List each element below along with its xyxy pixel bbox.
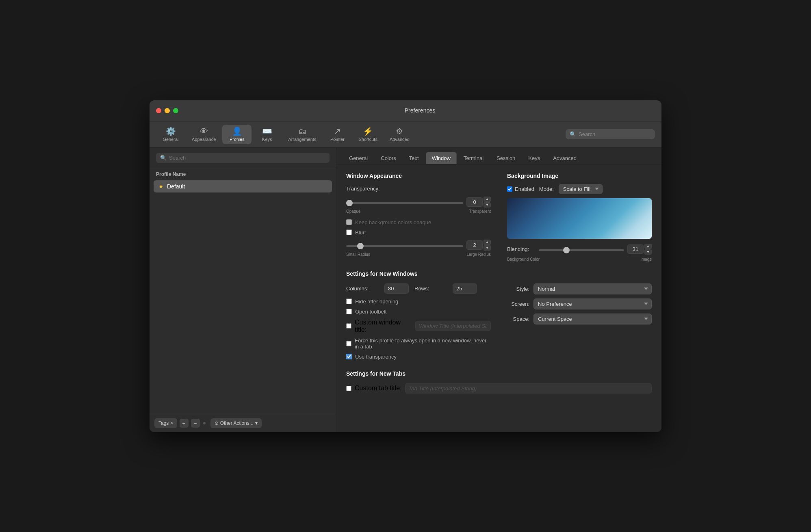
toolbar-search[interactable]: 🔍 [566,129,655,139]
tab-session[interactable]: Session [490,152,521,164]
toolbar-label-advanced: Advanced [390,137,410,142]
toolbar-label-keys: Keys [262,137,272,142]
use-transparency-label: Use transparency [355,354,397,360]
keep-bg-opaque-checkbox[interactable] [346,219,352,225]
style-row: Style: Normal Fullscreen Maximized No Ti… [507,283,652,294]
use-transparency-row: Use transparency [346,354,491,360]
small-radius-label: Small Radius [346,252,370,257]
maximize-button[interactable] [173,108,178,113]
large-radius-label: Large Radius [467,252,491,257]
toolbar-item-shortcuts[interactable]: ⚡ Shortcuts [353,125,383,144]
panel-content: Window Appearance Transparency: 0 [336,164,661,406]
tab-terminal[interactable]: Terminal [458,152,490,164]
toolbar-item-appearance[interactable]: 👁 Appearance [186,125,221,144]
blur-slider[interactable] [346,245,463,247]
tab-colors[interactable]: Colors [375,152,402,164]
transparency-slider-wrapper [346,198,463,205]
tab-general[interactable]: General [343,152,374,164]
blending-row: Blending: 31 ▲ ▼ [507,244,652,255]
appearance-icon: 👁 [200,127,208,135]
blending-value: 31 [627,244,644,254]
toolbar-item-arrangements[interactable]: 🗂 Arrangements [282,125,322,144]
background-image-title: Background Image [507,173,652,179]
custom-tab-title-label: Custom tab title: [355,385,402,392]
custom-tab-title-input[interactable] [405,383,652,394]
transparency-increment[interactable]: ▲ [484,197,491,202]
other-actions-icon: ⊙ [215,420,219,426]
rows-input[interactable] [453,283,477,294]
transparency-slider-container: 0 ▲ ▼ Opaque Transparent [346,197,491,214]
open-toolbelt-checkbox[interactable] [346,309,352,314]
columns-input[interactable] [384,283,409,294]
sidebar-search-input[interactable] [169,155,325,161]
advanced-icon: ⚙ [396,127,403,135]
open-toolbelt-row: Open toolbelt [346,309,491,315]
bg-enabled-label: Enabled [507,186,534,192]
blur-slider-wrapper [346,241,463,249]
toolbar-label-general: General [163,137,178,142]
mode-select[interactable]: Scale to Fill Scale to Fit Tile Stretch … [559,184,603,194]
profile-list: ★ Default [150,179,336,414]
image-label: Image [640,257,652,262]
space-select[interactable]: Current Space All Spaces [533,314,652,324]
custom-tab-title-checkbox[interactable] [346,386,351,391]
blur-increment[interactable]: ▲ [484,240,491,245]
force-new-window-row: Force this profile to always open in a n… [346,337,491,350]
custom-window-title-checkbox[interactable] [346,323,351,329]
bg-enabled-checkbox[interactable] [507,186,512,192]
hide-after-opening-checkbox[interactable] [346,298,352,304]
close-button[interactable] [156,108,161,113]
blending-slider-container: Blending: 31 ▲ ▼ [507,244,652,262]
transparency-value: 0 [466,197,483,207]
toolbar-item-pointer[interactable]: ↗ Pointer [323,125,352,144]
toolbar-item-general[interactable]: ⚙️ General [156,125,185,144]
toolbar-item-profiles[interactable]: 👤 Profiles [222,125,252,144]
add-profile-button[interactable]: + [180,419,189,428]
blending-slider-wrapper [539,245,624,253]
toolbar-label-arrangements: Arrangements [288,137,316,142]
traffic-lights [156,108,178,113]
blending-decrement[interactable]: ▼ [644,249,652,255]
search-icon: 🔍 [570,131,576,137]
blending-slider[interactable] [539,249,624,251]
toolbar-item-keys[interactable]: ⌨️ Keys [252,125,282,144]
blending-increment[interactable]: ▲ [644,244,652,249]
tab-advanced[interactable]: Advanced [547,152,583,164]
rows-label: Rows: [414,285,447,292]
profile-item-default[interactable]: ★ Default [154,180,332,192]
tags-button[interactable]: Tags > [154,418,177,428]
blur-decrement[interactable]: ▼ [484,245,491,251]
remove-profile-button[interactable]: − [191,419,200,428]
custom-window-title-label: Custom window title: [355,319,412,333]
new-tabs-title: Settings for New Tabs [346,370,652,377]
tab-keys[interactable]: Keys [522,152,546,164]
new-windows-grid: Columns: Rows: Hide after opening [346,283,652,364]
use-transparency-checkbox[interactable] [346,354,352,359]
sidebar-search-inner: 🔍 [156,153,330,163]
tab-window[interactable]: Window [426,152,457,164]
other-actions-button[interactable]: ⊙ Other Actions... ▾ [210,418,262,428]
screen-label: Screen: [507,301,529,307]
force-new-window-checkbox[interactable] [346,341,351,346]
window-appearance-title: Window Appearance [346,173,491,179]
profiles-icon: 👤 [232,127,242,135]
space-label: Space: [507,316,529,322]
transparency-slider-row: 0 ▲ ▼ [346,197,491,208]
custom-window-title-input[interactable] [415,321,491,331]
toolbar-label-shortcuts: Shortcuts [358,137,377,142]
window-title: Preferences [185,107,655,114]
sidebar-search-area: 🔍 [150,148,336,168]
style-select[interactable]: Normal Fullscreen Maximized No Title Bar [533,283,652,294]
blur-checkbox[interactable] [346,229,352,235]
toolbar-item-advanced[interactable]: ⚙ Advanced [384,125,415,144]
tab-text[interactable]: Text [403,152,425,164]
transparency-slider[interactable] [346,202,463,204]
transparency-decrement[interactable]: ▼ [484,202,491,208]
other-actions-chevron: ▾ [255,420,258,426]
screen-select[interactable]: No Preference Main Screen Screen with Cu… [533,298,652,309]
search-input[interactable] [579,131,651,137]
blending-slider-labels: Background Color Image [507,257,652,262]
minimize-button[interactable] [165,108,170,113]
space-row: Space: Current Space All Spaces [507,314,652,324]
tabs: General Colors Text Window Terminal Sess… [336,148,661,164]
